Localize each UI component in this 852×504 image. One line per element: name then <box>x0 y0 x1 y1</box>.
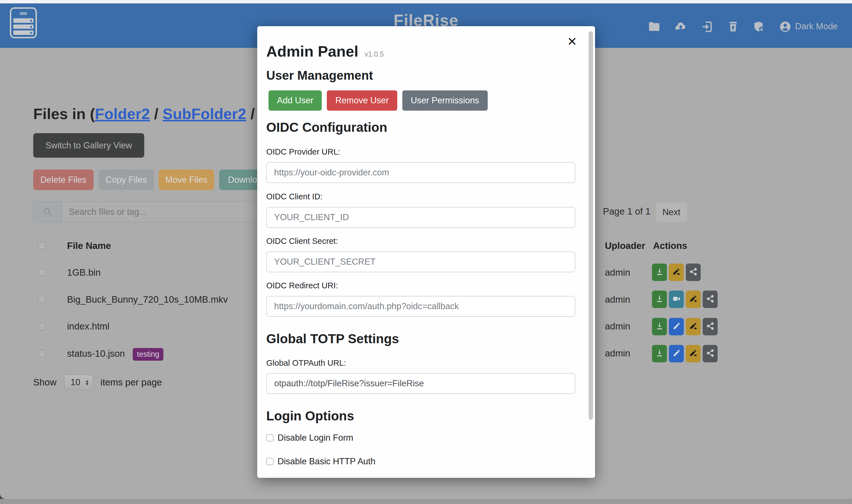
breadcrumb-prefix: Files in ( <box>33 105 95 122</box>
file-name: index.html <box>67 321 109 332</box>
disable-basic-auth-label: Disable Basic HTTP Auth <box>278 456 375 467</box>
disable-login-form-checkbox[interactable] <box>266 434 274 442</box>
disable-basic-auth-row: Disable Basic HTTP Auth <box>266 456 375 467</box>
otpauth-url-label: Global OTPAuth URL: <box>266 358 346 368</box>
oidc-client-id-input[interactable] <box>266 207 575 228</box>
copy-files-button[interactable]: Copy Files <box>99 169 154 190</box>
dark-mode-toggle[interactable]: Dark Mode <box>795 21 838 32</box>
modal-title-row: Admin Panel v1.0.5 <box>266 42 384 60</box>
column-header-actions: Actions <box>653 240 687 251</box>
login-options-heading: Login Options <box>266 408 354 424</box>
breadcrumb-separator: / <box>150 105 162 122</box>
row-checkbox[interactable] <box>38 296 45 303</box>
folder-icon[interactable] <box>648 21 660 33</box>
oidc-provider-input[interactable] <box>266 162 575 183</box>
logo-bar <box>13 24 34 29</box>
modal-title: Admin Panel <box>266 42 359 60</box>
modal-version: v1.0.5 <box>365 50 384 58</box>
row-checkbox[interactable] <box>38 269 45 276</box>
per-page-label-after: items per page <box>101 377 162 388</box>
download-icon <box>655 349 664 358</box>
rename-file-button[interactable] <box>686 318 701 335</box>
disable-login-form-label: Disable Login Form <box>278 433 353 443</box>
global-totp-heading: Global TOTP Settings <box>266 331 399 346</box>
otpauth-url-input[interactable] <box>266 373 575 394</box>
switch-gallery-view-button[interactable]: Switch to Gallery View <box>33 133 144 158</box>
breadcrumb-link-subfolder2[interactable]: SubFolder2 <box>162 105 246 122</box>
uploader-value: admin <box>605 294 630 305</box>
row-actions <box>652 345 718 362</box>
rename-pencil-icon <box>672 268 681 277</box>
download-file-button[interactable] <box>652 318 667 335</box>
row-actions <box>652 264 701 281</box>
row-actions <box>652 291 718 308</box>
file-name: status-10.json <box>67 348 125 359</box>
column-header-filename[interactable]: File Name <box>67 240 111 251</box>
share-file-button[interactable] <box>686 264 701 281</box>
account-icon[interactable] <box>779 20 792 33</box>
row-checkbox[interactable] <box>38 350 45 357</box>
search-icon <box>34 202 62 222</box>
edit-file-button[interactable] <box>669 318 684 335</box>
column-header-uploader[interactable]: Uploader <box>605 240 645 251</box>
share-file-button[interactable] <box>703 345 718 362</box>
logo-bar <box>13 18 34 23</box>
per-page-control: Show 10 ▲▼ items per page <box>33 375 162 390</box>
share-icon <box>689 268 698 277</box>
breadcrumb-suffix: / <box>246 105 255 122</box>
edit-pencil-icon <box>672 349 681 358</box>
admin-panel-modal: ✕ Admin Panel v1.0.5 User Management Add… <box>257 26 595 478</box>
disable-basic-auth-checkbox[interactable] <box>266 458 274 465</box>
file-name-with-tag: status-10.json testing <box>67 348 163 361</box>
rename-file-button[interactable] <box>669 264 684 281</box>
logo-slot <box>20 12 27 15</box>
row-checkbox[interactable] <box>38 323 45 330</box>
file-name: Big_Buck_Bunny_720_10s_10MB.mkv <box>67 294 228 305</box>
oidc-redirect-uri-input[interactable] <box>266 296 575 317</box>
modal-scrollbar-thumb[interactable] <box>589 31 593 420</box>
preview-video-button[interactable] <box>669 291 684 308</box>
share-file-button[interactable] <box>703 291 718 308</box>
oidc-client-secret-input[interactable] <box>266 251 575 272</box>
edit-pencil-icon <box>672 322 681 331</box>
rename-pencil-icon <box>689 294 698 304</box>
oidc-provider-label: OIDC Provider URL: <box>266 147 340 157</box>
breadcrumb-link-folder2[interactable]: Folder2 <box>95 105 150 122</box>
user-shield-icon[interactable] <box>753 21 765 33</box>
file-tag-badge: testing <box>133 348 164 361</box>
select-all-checkbox[interactable] <box>38 242 45 249</box>
per-page-select[interactable]: 10 ▲▼ <box>64 375 93 390</box>
download-file-button[interactable] <box>652 291 667 308</box>
close-icon[interactable]: ✕ <box>567 35 577 49</box>
user-permissions-button[interactable]: User Permissions <box>402 90 488 111</box>
share-file-button[interactable] <box>703 318 718 335</box>
browser-top-edge <box>0 0 852 3</box>
signin-icon[interactable] <box>701 21 713 33</box>
share-icon <box>706 294 714 304</box>
edit-file-button[interactable] <box>669 345 684 362</box>
download-icon <box>655 322 664 331</box>
trash-restore-icon[interactable] <box>727 21 739 33</box>
download-file-button[interactable] <box>652 264 667 281</box>
download-file-button[interactable] <box>652 345 667 362</box>
pagination-next-button[interactable]: Next <box>656 203 687 222</box>
app-logo-server-icon[interactable] <box>10 7 37 38</box>
remove-user-button[interactable]: Remove User <box>327 90 397 111</box>
disable-login-form-row: Disable Login Form <box>266 432 353 444</box>
per-page-value: 10 <box>71 377 80 388</box>
uploader-value: admin <box>605 321 630 332</box>
rename-file-button[interactable] <box>686 291 701 308</box>
oidc-client-id-label: OIDC Client ID: <box>266 192 323 201</box>
upload-icon[interactable] <box>674 21 688 33</box>
per-page-label-before: Show <box>33 377 57 388</box>
user-management-heading: User Management <box>266 68 373 83</box>
move-files-button[interactable]: Move Files <box>159 169 214 190</box>
delete-files-button[interactable]: Delete Files <box>33 169 93 190</box>
row-actions <box>652 318 718 335</box>
file-name: 1GB.bin <box>67 267 101 278</box>
add-user-button[interactable]: Add User <box>268 90 322 111</box>
oidc-redirect-uri-label: OIDC Redirect URI: <box>266 281 338 290</box>
rename-file-button[interactable] <box>686 345 701 362</box>
video-camera-icon <box>672 294 681 304</box>
uploader-value: admin <box>605 267 630 278</box>
